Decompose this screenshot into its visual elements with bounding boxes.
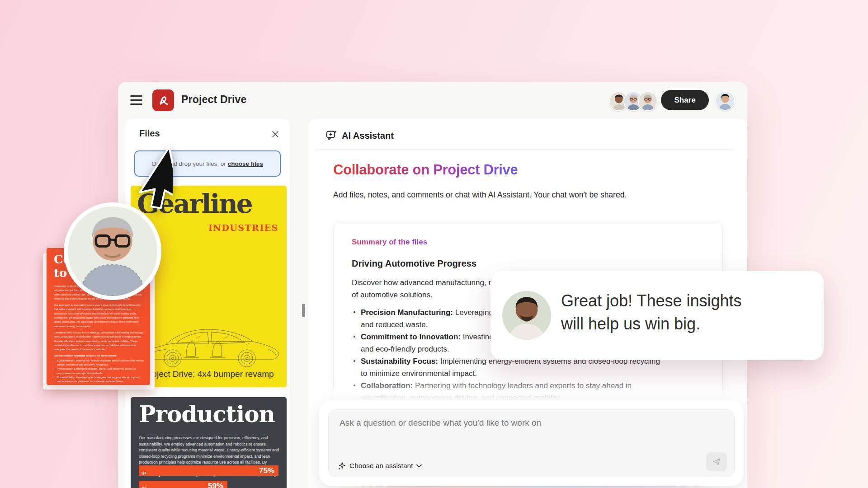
topbar-divider bbox=[655, 91, 655, 110]
collaborator-avatars bbox=[609, 91, 658, 111]
summary-heading: Driving Automotive Progress bbox=[352, 258, 476, 269]
production-bar-q1: Q1 75% bbox=[139, 465, 278, 476]
ai-assistant-icon bbox=[326, 129, 338, 141]
page-subtitle: Add files, notes, and comments or chat w… bbox=[333, 190, 627, 200]
summary-label: Summary of the files bbox=[352, 238, 427, 247]
gearline-subtitle: INDUSTRIES bbox=[208, 223, 278, 233]
production-bar-q2: Q2 59% bbox=[139, 481, 227, 488]
assistant-selector-label: Choose an assistant bbox=[349, 462, 413, 470]
profile-avatar[interactable] bbox=[715, 91, 735, 111]
acrobat-icon bbox=[156, 94, 170, 107]
orange-doc-body: Innovation is the driving force behind e… bbox=[54, 284, 144, 385]
choose-files-link[interactable]: choose files bbox=[228, 160, 263, 167]
bar-label: Q1 bbox=[142, 471, 146, 475]
chat-message-text: Great job! These insights will help us w… bbox=[561, 289, 742, 335]
production-title: Production bbox=[139, 401, 275, 427]
car-wireframe-sketch bbox=[133, 318, 284, 371]
assistant-selector[interactable]: Choose an assistant bbox=[338, 462, 422, 470]
chat-message-toast: Great job! These insights will help us w… bbox=[491, 271, 824, 360]
close-icon bbox=[272, 131, 279, 138]
menu-button[interactable] bbox=[130, 95, 142, 105]
chevron-down-icon bbox=[416, 464, 422, 468]
message-author-avatar bbox=[502, 291, 551, 340]
acrobat-logo bbox=[152, 89, 174, 111]
ai-assistant-header: AI Assistant bbox=[342, 131, 394, 141]
bar-value: 59% bbox=[208, 482, 223, 488]
bar-label: Q2 bbox=[142, 486, 146, 488]
chat-input[interactable]: Ask a question or describe what you'd li… bbox=[328, 409, 735, 477]
app-title: Project Drive bbox=[181, 94, 247, 106]
floating-collaborator-avatar bbox=[64, 202, 161, 300]
file-thumbnail-production[interactable]: Production Our manufacturing processes a… bbox=[131, 397, 287, 488]
close-files-button[interactable] bbox=[271, 130, 280, 139]
files-panel-title: Files bbox=[139, 128, 160, 139]
cursor-icon bbox=[129, 145, 173, 210]
page-background: Project Drive Share Files bbox=[0, 0, 868, 488]
header-divider bbox=[316, 150, 735, 150]
page-title: Collaborate on Project Drive bbox=[333, 162, 518, 178]
send-button[interactable] bbox=[706, 452, 727, 471]
bar-value: 75% bbox=[259, 466, 274, 475]
send-icon bbox=[712, 457, 722, 467]
chat-composer: Ask a question or describe what you'd li… bbox=[319, 400, 744, 486]
share-button[interactable]: Share bbox=[661, 90, 709, 110]
sparkle-icon bbox=[338, 462, 346, 470]
top-bar: Project Drive Share bbox=[118, 82, 747, 119]
chat-input-placeholder: Ask a question or describe what you'd li… bbox=[340, 418, 541, 428]
panel-scrollbar[interactable] bbox=[302, 304, 305, 317]
